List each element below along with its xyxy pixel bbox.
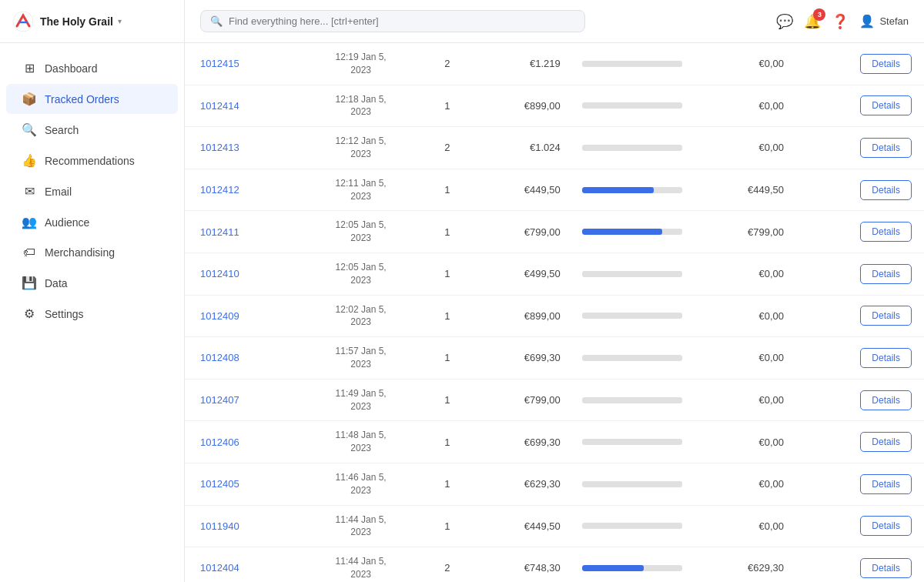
order-bar-cell: [571, 337, 695, 380]
order-date-cell: 12:11 Jan 5,2023: [298, 169, 424, 211]
details-button[interactable]: Details: [860, 306, 912, 326]
search-icon: 🔍: [22, 122, 37, 137]
order-actions-cell: Details: [795, 295, 924, 337]
order-link[interactable]: 1011940: [200, 520, 239, 532]
revenue-bar-fill: [582, 565, 644, 571]
order-id-cell: 1012413: [185, 127, 298, 169]
order-link[interactable]: 1012407: [200, 394, 239, 406]
table-row: 1012405 11:46 Jan 5,2023 1 €629,30 €0,00…: [185, 463, 924, 505]
sidebar-item-dashboard[interactable]: ⊞ Dashboard: [6, 53, 178, 83]
search-box[interactable]: 🔍: [200, 10, 585, 32]
order-qty-cell: 2: [424, 127, 470, 169]
notifications-icon[interactable]: 🔔 3: [804, 13, 821, 30]
table-row: 1012415 12:19 Jan 5,2023 2 €1.219 €0,00 …: [185, 43, 924, 85]
details-button[interactable]: Details: [860, 264, 912, 284]
table-row: 1012412 12:11 Jan 5,2023 1 €449,50 €449,…: [185, 169, 924, 211]
order-link[interactable]: 1012411: [200, 226, 239, 238]
revenue-bar-track: [582, 61, 682, 67]
sidebar-item-email[interactable]: ✉ Email: [6, 176, 178, 206]
sidebar-item-tracked-orders[interactable]: 📦 Tracked Orders: [6, 84, 178, 114]
details-button[interactable]: Details: [860, 54, 912, 74]
order-link[interactable]: 1012413: [200, 142, 239, 153]
table-row: 1012408 11:57 Jan 5,2023 1 €699,30 €0,00…: [185, 337, 924, 380]
order-revenue-cell: €0,00: [695, 379, 795, 421]
order-actions-cell: Details: [795, 505, 924, 547]
order-link[interactable]: 1012408: [200, 352, 239, 363]
order-revenue-cell: €799,00: [695, 211, 795, 253]
audience-icon: 👥: [22, 215, 37, 229]
order-bar-cell: [571, 253, 695, 295]
order-bar-cell: [571, 463, 695, 505]
table-row: 1012410 12:05 Jan 5,2023 1 €499,50 €0,00…: [185, 253, 924, 295]
order-actions-cell: Details: [795, 379, 924, 421]
order-date-cell: 12:02 Jan 5,2023: [298, 295, 424, 337]
order-id-cell: 1012410: [185, 253, 298, 295]
sidebar-label-search: Search: [45, 124, 79, 136]
search-input[interactable]: [229, 15, 575, 27]
sidebar-header: The Holy Grail ▾: [0, 0, 184, 43]
details-button[interactable]: Details: [860, 348, 912, 368]
sidebar-item-audience[interactable]: 👥 Audience: [6, 207, 178, 237]
details-button[interactable]: Details: [860, 95, 912, 115]
sidebar-label-tracked-orders: Tracked Orders: [45, 93, 119, 105]
order-link[interactable]: 1012412: [200, 184, 239, 196]
order-date-cell: 12:12 Jan 5,2023: [298, 127, 424, 169]
sidebar-nav: ⊞ Dashboard📦 Tracked Orders🔍 Search👍 Rec…: [0, 43, 184, 582]
details-button[interactable]: Details: [860, 558, 912, 578]
user-menu[interactable]: 👤 Stefan: [859, 14, 909, 28]
details-button[interactable]: Details: [860, 138, 912, 158]
revenue-bar-track: [582, 271, 682, 277]
order-revenue-cell: €0,00: [695, 337, 795, 380]
details-button[interactable]: Details: [860, 474, 912, 494]
details-button[interactable]: Details: [860, 390, 912, 410]
details-button[interactable]: Details: [860, 222, 912, 242]
order-revenue-cell: €0,00: [695, 253, 795, 295]
merchandising-icon: 🏷: [22, 246, 37, 259]
sidebar-label-dashboard: Dashboard: [45, 62, 98, 75]
order-actions-cell: Details: [795, 253, 924, 295]
details-button[interactable]: Details: [860, 516, 912, 536]
table-row: 1011940 11:44 Jan 5,2023 1 €449,50 €0,00…: [185, 505, 924, 547]
order-link[interactable]: 1012404: [200, 562, 239, 574]
order-link[interactable]: 1012414: [200, 100, 239, 112]
order-revenue-cell: €0,00: [695, 43, 795, 85]
order-bar-cell: [571, 127, 695, 169]
chat-icon[interactable]: 💬: [776, 13, 793, 30]
order-revenue-cell: €0,00: [695, 127, 795, 169]
details-button[interactable]: Details: [860, 180, 912, 200]
order-date-cell: 11:57 Jan 5,2023: [298, 337, 424, 380]
details-button[interactable]: Details: [860, 432, 912, 452]
order-link[interactable]: 1012410: [200, 268, 239, 279]
order-bar-cell: [571, 295, 695, 337]
order-amount-cell: €699,30: [471, 337, 571, 380]
order-link[interactable]: 1012409: [200, 310, 239, 322]
order-link[interactable]: 1012406: [200, 436, 239, 448]
order-bar-cell: [571, 211, 695, 253]
order-revenue-cell: €0,00: [695, 421, 795, 463]
chevron-down-icon: ▾: [118, 17, 122, 25]
dashboard-icon: ⊞: [22, 61, 37, 75]
order-amount-cell: €499,50: [471, 253, 571, 295]
revenue-bar-track: [582, 355, 682, 361]
sidebar-item-settings[interactable]: ⚙ Settings: [6, 299, 178, 329]
workspace-selector[interactable]: The Holy Grail ▾: [40, 15, 172, 28]
help-icon[interactable]: ❓: [832, 13, 849, 30]
order-qty-cell: 1: [424, 463, 470, 505]
sidebar-item-recommendations[interactable]: 👍 Recommendations: [6, 146, 178, 176]
order-id-cell: 1012411: [185, 211, 298, 253]
main-area: 🔍 💬 🔔 3 ❓ 👤 Stefan 1012415 12:19 Jan 5,2…: [185, 0, 924, 582]
order-bar-cell: [571, 421, 695, 463]
sidebar-item-data[interactable]: 💾 Data: [6, 268, 178, 298]
order-date-cell: 12:05 Jan 5,2023: [298, 211, 424, 253]
revenue-bar-track: [582, 313, 682, 319]
order-link[interactable]: 1012415: [200, 58, 239, 69]
order-revenue-cell: €0,00: [695, 295, 795, 337]
sidebar-item-merchandising[interactable]: 🏷 Merchandising: [6, 238, 178, 267]
revenue-bar-track: [582, 145, 682, 151]
sidebar-item-search[interactable]: 🔍 Search: [6, 115, 178, 145]
revenue-bar-track: [582, 439, 682, 445]
order-actions-cell: Details: [795, 463, 924, 505]
notification-badge: 3: [813, 8, 825, 21]
order-actions-cell: Details: [795, 547, 924, 582]
order-link[interactable]: 1012405: [200, 478, 239, 490]
